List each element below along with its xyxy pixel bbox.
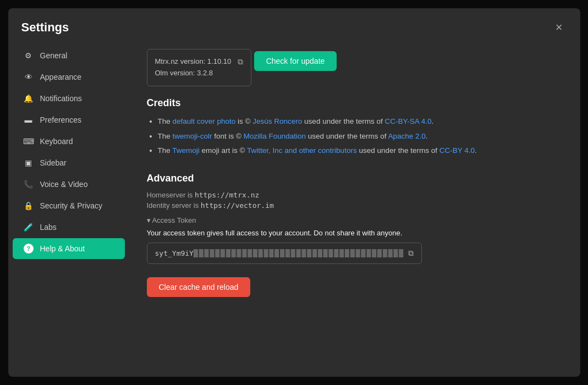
modal-body: ⚙ General 👁 Appearance 🔔 Notifications ▬… [8,36,580,377]
sidebar-label-voice-video: Voice & Video [40,180,88,189]
apache-link[interactable]: Apache 2.0 [388,132,425,140]
token-text: syt_Ym9iY███████████████████████████████… [155,249,404,257]
version-box: Mtrx.nz version: 1.10.10 Olm version: 3.… [147,49,252,86]
identity-server-label: Identity server is [147,201,201,210]
help-icon: ? [24,244,34,254]
sidebar-label-notifications: Notifications [40,94,82,103]
credits-item-2: The twemoji-colr font is © Mozilla Found… [158,130,563,143]
sidebar-item-preferences[interactable]: ▬ Preferences [13,109,125,130]
credits-item-3: The Twemoji emoji art is © Twitter, Inc … [158,145,563,157]
sidebar-label-sidebar: Sidebar [40,158,67,167]
check-update-button[interactable]: Check for update [254,51,337,71]
phone-icon: 📞 [24,179,34,189]
access-token-warning: Your access token gives full access to y… [147,229,563,237]
modal-title: Settings [21,20,69,35]
access-token-toggle[interactable]: ▾ Access Token [147,216,563,224]
settings-modal: Settings × ⚙ General 👁 Appearance 🔔 [8,8,580,377]
twemoji-colr-link[interactable]: twemoji-colr [173,132,212,140]
preferences-icon: ▬ [24,115,34,125]
advanced-title: Advanced [147,173,563,184]
cc-by-sa-link[interactable]: CC-BY-SA 4.0 [384,117,431,125]
homeserver-url: https://mtrx.nz [195,191,259,199]
sidebar-item-security-privacy[interactable]: 🔒 Security & Privacy [13,195,125,216]
twemoji-link[interactable]: Twemoji [172,146,200,155]
credits-list: The default cover photo is © Jesús Ronce… [147,116,563,158]
close-button[interactable]: × [551,19,567,36]
labs-icon: 🧪 [24,222,34,232]
main-content: Mtrx.nz version: 1.10.10 Olm version: 3.… [129,36,580,377]
version-text: Mtrx.nz version: 1.10.10 Olm version: 3.… [155,56,232,79]
settings-sidebar: ⚙ General 👁 Appearance 🔔 Notifications ▬… [8,36,129,377]
token-box: syt_Ym9iY███████████████████████████████… [147,243,422,264]
sidebar-item-general[interactable]: ⚙ General [13,45,125,66]
sidebar-item-voice-video[interactable]: 📞 Voice & Video [13,174,125,195]
sidebar-label-keyboard: Keyboard [40,137,73,146]
copy-token-button[interactable]: ⧉ [404,249,414,258]
gear-icon: ⚙ [24,51,34,61]
advanced-section: Advanced Homeserver is https://mtrx.nz I… [147,173,563,264]
sidebar-label-general: General [40,51,68,60]
homeserver-label: Homeserver is [147,191,195,199]
sidebar-icon: ▣ [24,158,34,168]
sidebar-item-notifications[interactable]: 🔔 Notifications [13,88,125,109]
mozilla-foundation-link[interactable]: Mozilla Foundation [244,132,306,140]
modal-overlay: Settings × ⚙ General 👁 Appearance 🔔 [0,0,588,385]
credits-title: Credits [147,97,563,109]
homeserver-info: Homeserver is https://mtrx.nz [147,191,563,199]
sidebar-item-keyboard[interactable]: ⌨ Keyboard [13,131,125,152]
keyboard-icon: ⌨ [24,136,34,146]
sidebar-label-labs: Labs [40,223,57,232]
sidebar-label-appearance: Appearance [40,73,82,81]
clear-cache-button[interactable]: Clear cache and reload [147,277,251,297]
sidebar-item-labs[interactable]: 🧪 Labs [13,217,125,238]
identity-server-url: https://vector.im [201,201,274,210]
sidebar-label-security-privacy: Security & Privacy [40,201,103,210]
bell-icon: 🔔 [24,94,34,103]
sidebar-item-sidebar[interactable]: ▣ Sidebar [13,152,125,173]
cover-photo-link[interactable]: default cover photo [173,117,236,125]
credits-item-1: The default cover photo is © Jesús Ronce… [158,116,563,128]
cc-by-link[interactable]: CC-BY 4.0 [439,146,475,155]
identity-server-info: Identity server is https://vector.im [147,201,563,210]
token-redacted: ████████████████████████████████████████ [194,249,404,257]
olm-version: Olm version: 3.2.8 [155,68,232,79]
jesus-roncero-link[interactable]: Jesús Roncero [252,117,302,125]
token-prefix: syt_Ym9iY [155,249,194,257]
sidebar-label-preferences: Preferences [40,116,81,124]
mtrx-version: Mtrx.nz version: 1.10.10 [155,56,232,68]
access-token-toggle-label: ▾ Access Token [147,216,196,224]
twitter-contributors-link[interactable]: Twitter, Inc and other contributors [247,146,357,155]
credits-section: Credits The default cover photo is © Jes… [147,97,563,158]
sidebar-item-appearance[interactable]: 👁 Appearance [13,67,125,87]
copy-version-button[interactable]: ⧉ [238,57,243,67]
sidebar-label-help-about: Help & About [40,244,85,253]
eye-icon: 👁 [24,72,34,82]
lock-icon: 🔒 [24,201,34,211]
sidebar-item-help-about[interactable]: ? Help & About [13,238,125,259]
modal-header: Settings × [8,8,580,36]
